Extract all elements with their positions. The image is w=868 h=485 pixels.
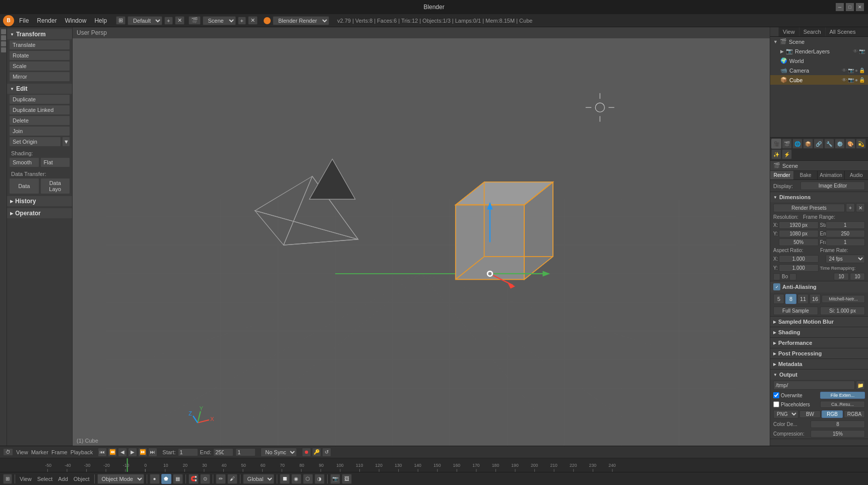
camera-render-btn[interactable]: 📷 (848, 68, 854, 73)
prop-tab-world[interactable]: 🌐 (792, 139, 802, 149)
mitchell-filter-btn[interactable]: Mitchell-Netr... (822, 295, 865, 303)
res-y-input[interactable]: 1080 px (779, 230, 819, 237)
operator-header[interactable]: ▶ Operator (7, 208, 72, 218)
menu-help[interactable]: Help (91, 16, 110, 25)
placeholders-checkbox[interactable] (773, 401, 779, 407)
camera-vis-btn[interactable]: 👁 (842, 68, 847, 73)
prop-tab-scene[interactable]: 🎬 (782, 139, 792, 149)
render-view-btn[interactable]: 🖼 (342, 474, 352, 484)
viewport[interactable]: User Persp (73, 27, 770, 446)
asp-x-input[interactable]: 1.000 (779, 255, 819, 263)
editor-type-btn[interactable]: ⊞ (116, 16, 126, 25)
render-presets-btn[interactable]: Render Presets (773, 204, 845, 212)
format-select[interactable]: PNG (773, 410, 798, 418)
timeline-ruler[interactable]: -50 -40 -30 -20 -10 0 10 20 30 40 50 60 … (0, 458, 868, 472)
color-depth-value[interactable]: 8 (811, 420, 865, 428)
render-presets-remove[interactable]: ✕ (856, 203, 865, 212)
edge-mode-btn[interactable]: ⬟ (161, 474, 171, 484)
close-button[interactable]: ✕ (856, 3, 864, 11)
next-frame-btn[interactable]: ⏩ (138, 448, 147, 457)
play-rev-btn[interactable]: ◀ (118, 448, 127, 457)
viewport-shade-btn[interactable]: 🔲 (280, 474, 290, 484)
editor-type-bottom-btn[interactable]: ⊞ (3, 474, 12, 484)
render-tab-bake[interactable]: Bake (794, 171, 818, 179)
cube-render-btn[interactable]: 📷 (848, 77, 854, 83)
tr-new-input[interactable]: 10 (850, 273, 865, 280)
mode-select[interactable]: Object Mode (97, 474, 144, 484)
scale-button[interactable]: Scale (9, 61, 70, 71)
playback-sync-btn[interactable]: ↺ (322, 448, 331, 457)
metadata-header[interactable]: ▶ Metadata (770, 359, 868, 369)
output-header[interactable]: ▼ Output (770, 370, 868, 380)
res-pct-input[interactable]: 50% (779, 238, 819, 246)
end-fra-input[interactable]: 250 (826, 230, 865, 237)
minimize-button[interactable]: ─ (836, 3, 844, 11)
duplicate-button[interactable]: Duplicate (9, 94, 70, 104)
object-btn[interactable]: Object (72, 475, 92, 482)
menu-render[interactable]: Render (34, 16, 59, 25)
cache-result-btn[interactable]: Ca..Resu... (820, 401, 865, 408)
outliner-cube-item[interactable]: 📦 Cube 👁 📷 ● 🔒 (770, 75, 868, 85)
left-strip-item-2[interactable] (1, 35, 6, 40)
view-bottom-btn[interactable]: View (18, 475, 34, 482)
aa-header[interactable]: ✓ Anti-Aliasing (770, 281, 868, 292)
frame-btn[interactable]: Frame (51, 449, 68, 455)
scene-add[interactable]: + (238, 17, 246, 25)
rgba-btn[interactable]: RGBA (844, 410, 865, 418)
tr-old-input[interactable]: 10 (834, 273, 849, 280)
overwrite-checkbox[interactable] (773, 392, 779, 398)
menu-file[interactable]: File (16, 16, 32, 25)
prop-tab-texture[interactable]: 💫 (856, 139, 866, 149)
rgb-btn[interactable]: RGB (822, 410, 843, 418)
record-btn[interactable]: ⏺ (302, 448, 311, 457)
render-tab-render[interactable]: Render (770, 171, 794, 179)
keyframe-btn[interactable]: 🔑 (312, 448, 321, 457)
bo-checkbox2[interactable] (789, 273, 796, 280)
prop-tab-particles[interactable]: ✨ (771, 149, 781, 159)
res-x-input[interactable]: 1920 px (779, 221, 819, 229)
dimensions-header[interactable]: ▼ Dimensions (770, 192, 868, 202)
bw-btn[interactable]: BW (799, 410, 821, 418)
workspace-add[interactable]: + (164, 17, 172, 25)
file-ext-btn[interactable]: File Exten... (820, 392, 865, 399)
tab-view[interactable] (770, 27, 779, 36)
draw-btn[interactable]: ✏ (216, 474, 226, 484)
flat-button[interactable]: Flat (40, 157, 71, 167)
snap-btn[interactable]: 🧲 (189, 474, 199, 484)
start-fra-input[interactable]: 1 (826, 221, 865, 229)
outliner-camera-item[interactable]: 📹 Camera 👁 📷 ● 🔒 (770, 66, 868, 75)
prop-tab-constraints[interactable]: 🔗 (814, 139, 824, 149)
mirror-button[interactable]: Mirror (9, 72, 70, 82)
start-frame-input[interactable] (178, 448, 198, 456)
rotate-button[interactable]: Rotate (9, 50, 70, 60)
aa-btn-11[interactable]: 11 (797, 294, 809, 304)
set-origin-dropdown[interactable]: ▼ (62, 137, 70, 147)
prop-tab-modifiers[interactable]: 🔧 (824, 139, 834, 149)
scene-select[interactable]: Scene (203, 16, 236, 25)
timeline-editor-btn[interactable]: ⏱ (3, 448, 13, 456)
prop-tab-data[interactable]: ⚙️ (835, 139, 845, 149)
prop-shading-header[interactable]: ▶ Shading (770, 327, 868, 337)
scene-remove[interactable]: ✕ (248, 16, 258, 25)
sampled-motion-blur-header[interactable]: ▶ Sampled Motion Blur (770, 317, 868, 327)
view-btn[interactable]: View (16, 449, 28, 455)
post-processing-header[interactable]: ▶ Post Processing (770, 348, 868, 358)
outliner-world-item[interactable]: 🌍 World (770, 56, 868, 66)
current-frame-input[interactable] (235, 448, 256, 456)
maximize-button[interactable]: □ (846, 3, 854, 11)
frame-ste-input[interactable]: 1 (826, 238, 865, 246)
render-engine-select[interactable]: Blender Render (273, 16, 329, 25)
tab-search[interactable]: Search (799, 27, 826, 36)
compression-value[interactable]: 15% (811, 430, 865, 438)
outliner-scene-item[interactable]: ▼ 🎬 Scene (770, 37, 868, 46)
asp-y-input[interactable]: 1.000 (779, 264, 819, 272)
end-frame-input[interactable] (213, 448, 233, 456)
play-btn[interactable]: ▶ (128, 448, 137, 457)
aa-btn-8[interactable]: 8 (785, 294, 796, 304)
left-strip-item[interactable] (1, 29, 6, 34)
smooth-button[interactable]: Smooth (9, 157, 39, 167)
go-start-btn[interactable]: ⏮ (98, 448, 107, 457)
fps-select[interactable]: 24 fps (826, 255, 865, 263)
display-value[interactable]: Image Editor (800, 181, 865, 190)
sculpt-btn[interactable]: 🖌 (227, 474, 237, 484)
